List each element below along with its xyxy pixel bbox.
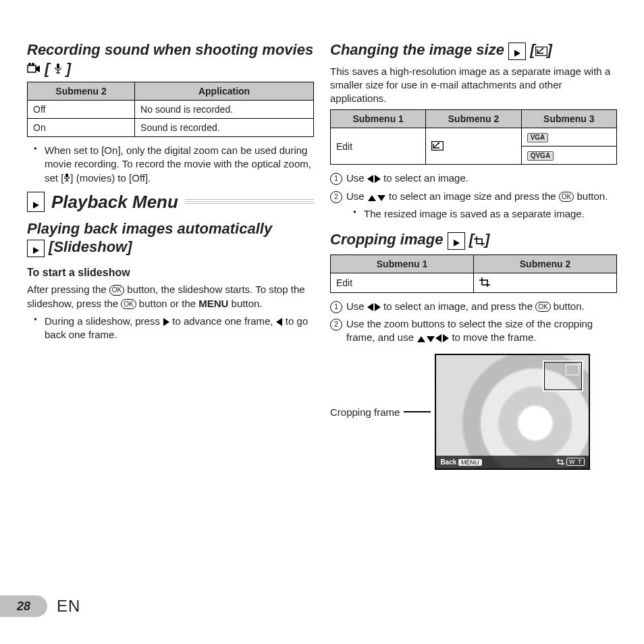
down-arrow-icon (377, 195, 385, 201)
back-label: Back (440, 458, 456, 466)
right-arrow-icon (375, 175, 381, 183)
menu-badge: MENU (458, 459, 482, 466)
playback-icon (27, 240, 45, 257)
recording-sound-table: Submenu 2Application OffNo sound is reco… (27, 82, 314, 137)
heading-recording-sound: Recording sound when shooting movies [ ] (27, 41, 314, 78)
table-row: OnSound is recorded. (28, 119, 314, 137)
svg-marker-19 (454, 240, 460, 246)
page-footer: 28 EN (0, 595, 644, 617)
right-column: Changing the image size [] This saves a … (330, 41, 617, 470)
down-arrow-icon (427, 336, 435, 342)
ok-button-icon: OK (535, 302, 550, 313)
svg-point-3 (32, 63, 34, 65)
subheading-start-slideshow: To start a slideshow (27, 267, 314, 279)
svg-marker-10 (33, 202, 39, 209)
crop-icon (474, 232, 485, 250)
slideshow-paragraph: After pressing the OK button, the slides… (27, 283, 314, 311)
left-arrow-icon (367, 175, 373, 183)
camera-screen: Back MENU W T (435, 354, 590, 470)
left-arrow-icon (367, 303, 373, 311)
ok-button-icon: OK (121, 299, 136, 310)
ok-button-icon: OK (559, 192, 574, 203)
resize-icon (535, 42, 547, 61)
th-submenu2: Submenu 2 (28, 82, 135, 101)
heading-change-size: Changing the image size [] (330, 41, 617, 61)
svg-point-2 (28, 63, 31, 65)
playback-icon (448, 232, 465, 250)
vga-badge: VGA (527, 133, 549, 142)
page-number: 28 (0, 595, 47, 617)
playback-icon (508, 43, 526, 60)
recording-note: When set to [On], only the digital zoom … (34, 144, 314, 185)
leader-line (404, 411, 431, 412)
left-arrow-icon (435, 334, 441, 342)
movie-icon (27, 60, 45, 77)
crop-frame-label: Cropping frame (330, 406, 400, 418)
heading-slideshow: Playing back images automatically [Slide… (27, 219, 314, 258)
heading-rule (185, 199, 314, 205)
svg-rect-7 (65, 173, 68, 178)
resize-icon (431, 141, 444, 153)
resize-note: The resized image is saved as a separate… (353, 207, 617, 221)
crop-frame-box (543, 360, 583, 392)
playback-menu-heading: Playback Menu (27, 192, 314, 213)
svg-marker-12 (514, 50, 520, 57)
svg-rect-0 (28, 65, 36, 72)
menu-label: MENU (198, 298, 228, 309)
qvga-badge: QVGA (527, 151, 554, 161)
change-size-intro: This saves a high-resolution image as a … (330, 65, 617, 106)
svg-marker-1 (36, 65, 40, 72)
crop-icon (479, 277, 490, 289)
th-application: Application (135, 82, 314, 101)
left-arrow-icon (276, 318, 282, 326)
screen-status-bar: Back MENU W T (436, 456, 589, 468)
left-column: Recording sound when shooting movies [ ]… (27, 41, 314, 470)
step-item: Use to select an image. (330, 171, 617, 185)
crop-frame-figure: Cropping frame Back MENU W T (330, 354, 617, 470)
step-item: Use the zoom buttons to select the size … (330, 317, 617, 345)
up-arrow-icon (417, 336, 425, 342)
right-arrow-icon (375, 303, 381, 311)
right-arrow-icon (163, 318, 169, 326)
zoom-wt-badge: W T (566, 458, 585, 466)
microphone-icon (63, 172, 70, 184)
step-item: Use to select an image, and press the OK… (330, 300, 617, 313)
language-label: EN (57, 597, 80, 616)
heading-crop: Cropping image [] (330, 230, 617, 250)
crop-table: Submenu 1Submenu 2 Edit (330, 254, 617, 293)
microphone-icon (49, 60, 65, 77)
up-arrow-icon (368, 195, 376, 201)
table-row: Edit VGA (331, 128, 617, 146)
svg-rect-4 (57, 63, 59, 69)
right-arrow-icon (443, 334, 449, 342)
table-row: Edit (331, 273, 617, 292)
playback-icon (27, 192, 45, 212)
step-item: Use to select an image size and press th… (330, 190, 617, 221)
table-row: OffNo sound is recorded. (28, 101, 314, 119)
slideshow-note: During a slideshow, press to advance one… (34, 315, 314, 342)
ok-button-icon: OK (109, 285, 124, 296)
crop-icon (556, 458, 564, 466)
svg-marker-11 (33, 247, 39, 254)
change-size-table: Submenu 1 Submenu 2 Submenu 3 Edit VGA Q… (330, 109, 617, 165)
